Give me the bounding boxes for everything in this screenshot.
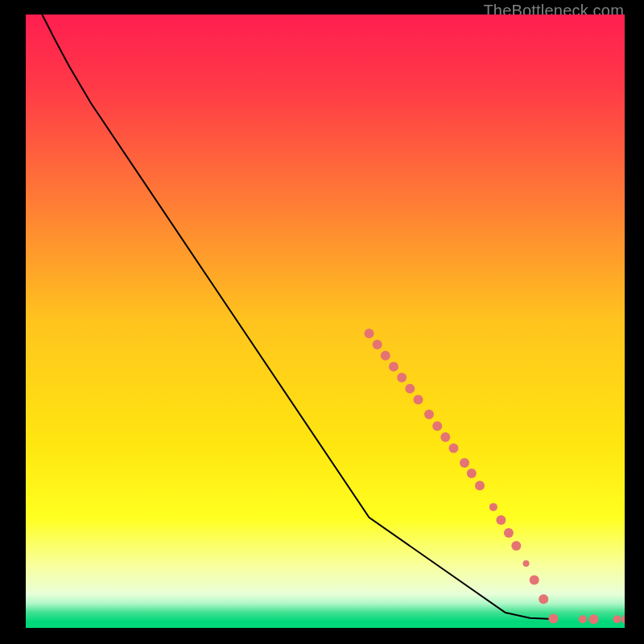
data-marker [496,515,506,525]
data-marker [504,528,514,538]
data-marker [373,340,382,349]
data-marker [389,361,398,371]
data-marker [548,614,558,624]
chart-svg [26,14,625,628]
data-marker [432,421,442,431]
data-marker [539,594,548,604]
data-marker [579,615,587,623]
data-marker [530,576,539,585]
data-marker [365,328,374,338]
data-marker [460,458,469,468]
gradient-background [26,14,625,628]
data-marker [414,395,423,405]
data-marker [523,560,530,567]
data-marker [467,469,477,478]
data-marker [449,444,459,453]
data-marker [589,614,599,624]
data-marker [511,541,521,551]
data-marker [440,432,450,442]
data-marker [475,481,485,490]
data-marker [613,615,621,623]
data-marker [381,351,390,361]
plot-area [26,14,625,628]
data-marker [424,410,434,419]
data-marker [397,373,407,382]
data-marker [489,503,497,511]
data-marker [405,384,415,394]
chart-frame: TheBottleneck.com [0,0,644,644]
